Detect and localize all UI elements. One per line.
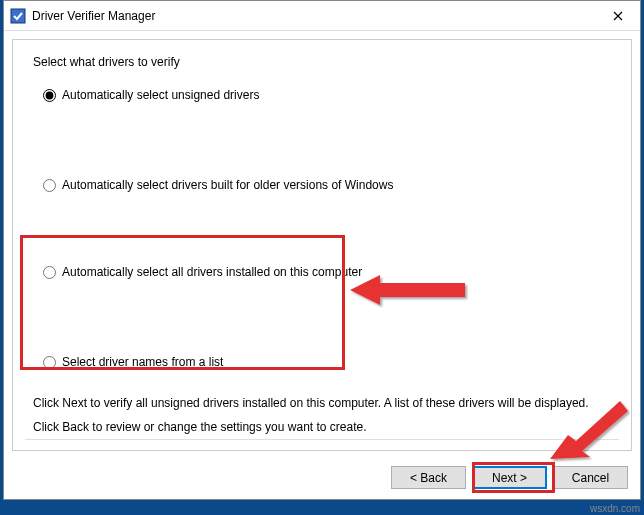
info-text-1: Click Next to verify all unsigned driver… (33, 396, 611, 410)
watermark: wsxdn.com (590, 503, 640, 514)
radio-option-older-windows[interactable]: Automatically select drivers built for o… (43, 178, 393, 192)
app-icon (10, 8, 26, 24)
info-text-2: Click Back to review or change the setti… (33, 420, 611, 434)
radio-label: Automatically select unsigned drivers (62, 88, 259, 102)
titlebar: Driver Verifier Manager (4, 1, 640, 31)
wizard-buttons: < Back Next > Cancel (391, 466, 628, 489)
radio-label: Select driver names from a list (62, 355, 223, 369)
window-title: Driver Verifier Manager (32, 9, 595, 23)
radio-option-from-list[interactable]: Select driver names from a list (43, 355, 223, 369)
radio-label: Automatically select all drivers install… (62, 265, 362, 279)
group-label: Select what drivers to verify (33, 55, 180, 69)
radio-unsigned-input[interactable] (43, 89, 56, 102)
radio-all-input[interactable] (43, 266, 56, 279)
radio-list-input[interactable] (43, 356, 56, 369)
content-area: Select what drivers to verify Automatica… (4, 31, 640, 499)
radio-option-unsigned[interactable]: Automatically select unsigned drivers (43, 88, 259, 102)
cancel-button[interactable]: Cancel (553, 466, 628, 489)
dialog-window: Driver Verifier Manager Select what driv… (3, 0, 641, 500)
radio-older-input[interactable] (43, 179, 56, 192)
radio-label: Automatically select drivers built for o… (62, 178, 393, 192)
separator-line (25, 439, 619, 440)
next-button[interactable]: Next > (472, 466, 547, 489)
radio-option-all-drivers[interactable]: Automatically select all drivers install… (43, 265, 362, 279)
wizard-panel: Select what drivers to verify Automatica… (12, 39, 632, 451)
svg-rect-0 (11, 9, 25, 23)
close-button[interactable] (595, 1, 640, 31)
back-button[interactable]: < Back (391, 466, 466, 489)
